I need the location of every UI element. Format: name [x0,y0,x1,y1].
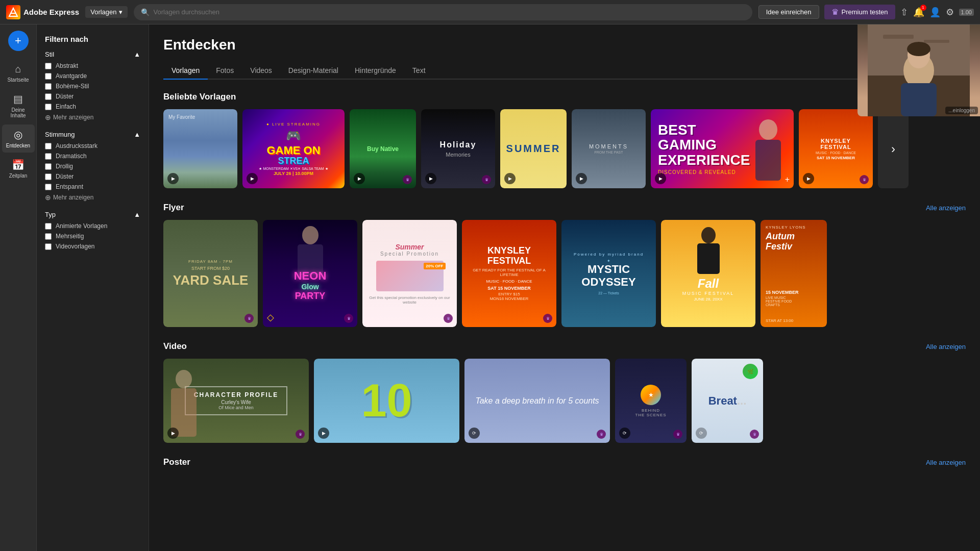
beliebte-vorlagen-scroll: My Favorite ▶ ● LIVE STREAMING 🎮 GAME ON… [163,109,966,188]
template-scroll-right[interactable]: › [878,109,909,188]
svg-point-16 [176,370,192,388]
checkbox-animierte[interactable] [45,223,52,230]
sidebar-item-deine-inhalte[interactable]: ▤ Deine Inhalte [2,89,35,122]
video-alle-anzeigen[interactable]: Alle anzeigen [926,343,966,350]
template-card-summer[interactable]: SUMMER ▶ [500,109,567,188]
tab-fotos[interactable]: Fotos [208,62,242,80]
template-card-neon-glow[interactable]: NEON Glow PARTY ◇ ♛ [263,220,357,327]
tab-videos[interactable]: Videos [242,62,280,80]
checkbox-entspannt[interactable] [45,184,52,190]
filter-section-typ-header[interactable]: Typ ▲ [45,211,140,218]
filter-item-boheme[interactable]: Bohème-Stil [45,83,140,90]
webcam-collapse-button[interactable]: ...einloggen [945,107,978,114]
premium-testen-button[interactable]: ♛ Premium testen [824,5,895,19]
checkbox-drollig[interactable] [45,163,52,170]
vorlagen-dropdown-button[interactable]: Vorlagen ▾ [85,6,127,18]
filter-item-duster2[interactable]: Düster [45,173,140,180]
premium-icon-knysley2: ♛ [543,314,552,323]
chevron-up-icon-3: ▲ [134,211,140,218]
checkbox-dramatisch[interactable] [45,153,52,160]
sidebar-item-zeitplan[interactable]: 📅 Zeitplan [2,155,35,183]
filter-item-duster[interactable]: Düster [45,93,140,100]
premium-icon-behind: ♛ [673,430,682,439]
template-card-breath2[interactable]: Breat... 🌿 ⟳ ♛ [692,359,763,443]
share-icon[interactable]: ⇧ [900,7,908,18]
svg-point-14 [701,227,716,243]
checkbox-duster2[interactable] [45,173,52,180]
autumn-start: STAR AT 13:00 [766,318,793,323]
breathe-text: Take a deep breath in for 5 counts [475,395,599,407]
filter-item-videovorlagen[interactable]: Videovorlagen [45,243,140,250]
svg-rect-11 [755,140,781,181]
diamond-icon: ◇ [267,312,274,323]
knysley-date2: SAT 15 NOVEMBER [487,286,530,291]
poster-alle-anzeigen[interactable]: Alle anzeigen [926,459,966,466]
filter-item-abstrakt[interactable]: Abstrakt [45,62,140,69]
checkbox-boheme[interactable] [45,83,52,90]
template-card-ten[interactable]: 10 ▶ [314,359,459,443]
template-card-knysley[interactable]: KNYSLEYFESTIVAL MUSIC · FOOD · DANCE SAT… [799,109,873,188]
flyer-alle-anzeigen[interactable]: Alle anzeigen [926,204,966,212]
filter-section-stimmung-header[interactable]: Stimmung ▲ [45,131,140,138]
template-card-buy-native[interactable]: Buy Native ▶ ♛ [350,109,416,188]
yardsale-time: FRIDAY 8AM - 7PM [188,259,233,264]
checkbox-duster[interactable] [45,93,52,100]
tab-vorlagen[interactable]: Vorlagen [163,62,208,80]
template-card-moments[interactable]: MOMENTS FROM THE PAST ▶ [572,109,646,188]
fall-title: Fall [665,277,751,291]
sidebar-item-startseite[interactable]: ⌂ Startseite [2,59,35,87]
tab-text[interactable]: Text [404,62,434,80]
template-card-holiday[interactable]: Holiday Memories ▶ ♛ [421,109,495,188]
filter-item-mehrseitig[interactable]: Mehrseitig [45,233,140,240]
idee-einreichen-button[interactable]: Idee einreichen [758,5,819,19]
create-button[interactable]: + [8,31,29,51]
filter-item-animierte[interactable]: Animierte Vorlagen [45,222,140,230]
filter-item-dramatisch[interactable]: Dramatisch [45,153,140,160]
neon-party: PARTY [263,291,357,302]
checkbox-abstrakt[interactable] [45,63,52,69]
checkbox-einfach[interactable] [45,104,52,110]
checkbox-mehrseitig[interactable] [45,233,52,240]
template-card-autumn[interactable]: KYNSLEY LYONS AutumFestiv 15 NOVEMBER LI… [761,220,827,327]
checkbox-videovorlagen[interactable] [45,243,52,250]
beliebte-vorlagen-row: My Favorite ▶ ● LIVE STREAMING 🎮 GAME ON… [163,109,966,188]
template-card-fall[interactable]: Fall MUSIC FESTIVAL JUNE 28, 20XX [661,220,755,327]
strea-title: STREA [278,156,309,165]
sidebar-item-entdecken[interactable]: ◎ Entdecken [2,124,35,153]
template-card-character[interactable]: CHARACTER PROFILE Curley's Wife Of Mice … [163,359,309,443]
filter-sidebar: Filtern nach Stil ▲ Abstrakt Avantgarde … [37,24,149,551]
checkbox-avantgarde[interactable] [45,73,52,80]
filter-item-avantgarde[interactable]: Avantgarde [45,72,140,80]
buy-native-text: Buy Native [367,145,399,153]
filter-item-entspannt[interactable]: Entspannt [45,183,140,190]
checkbox-ausdrucksstark[interactable] [45,143,52,149]
template-card-behind[interactable]: ★ BEHINDTHE SCENES ⟳ ♛ [615,359,687,443]
premium-icon-green: ♛ [403,175,412,184]
filter-item-drollig[interactable]: Drollig [45,163,140,170]
tab-hintergruende[interactable]: Hintergründe [347,62,404,80]
template-card-mystic[interactable]: Powered by myriad brand ✦ MYSTICODYSSEY … [561,220,656,327]
template-card-best-gaming[interactable]: BESTGAMINGEXPERIENCE DISCOVERED & REVEAL… [651,109,794,188]
template-card-game-on[interactable]: ● LIVE STREAMING 🎮 GAME ON STREA ★ MONST… [242,109,345,188]
neon-glow: Glow [263,283,357,291]
notification-badge: 1 [920,5,926,11]
search-input[interactable] [154,8,745,16]
stimmung-more-link[interactable]: ⊕ Mehr anzeigen [45,193,140,202]
settings-icon[interactable]: ⚙ [946,7,954,18]
filter-item-ausdrucksstark[interactable]: Ausdrucksstark [45,142,140,149]
autumn-date: 15 NOVEMBER [766,290,822,295]
powered-by: Powered by myriad brand [574,252,644,257]
svg-point-8 [907,42,930,56]
template-card-breathe[interactable]: Take a deep breath in for 5 counts ⟳ ♛ [464,359,610,443]
notification-area[interactable]: 🔔 1 [913,7,924,18]
template-card-summer-promo[interactable]: Summer Special Promotion 20% OFF Get thi… [362,220,457,327]
template-card-yard-sale[interactable]: FRIDAY 8AM - 7PM START FROM $20 YARD SAL… [163,220,258,327]
stil-more-link[interactable]: ⊕ Mehr anzeigen [45,113,140,121]
account-icon[interactable]: 👤 [929,7,941,18]
tab-design-material[interactable]: Design-Material [280,62,347,80]
template-card-knysley-flyer[interactable]: KNYSLEYFESTIVAL GET READY FOR THE FESTIV… [462,220,556,327]
filter-item-einfach[interactable]: Einfach [45,103,140,110]
template-card-mountain[interactable]: My Favorite ▶ [163,109,237,188]
filter-section-stil-header[interactable]: Stil ▲ [45,51,140,58]
knysley-date-pop: SAT 15 NOVEMBER [817,156,855,160]
